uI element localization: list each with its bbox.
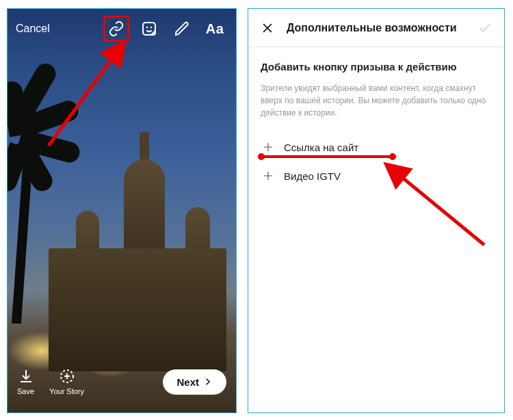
save-button[interactable]: Save (17, 368, 34, 395)
your-story-button[interactable]: Your Story (49, 368, 84, 395)
next-label: Next (176, 376, 199, 388)
palm-tree-silhouette (7, 105, 69, 324)
link-icon[interactable] (103, 16, 129, 42)
more-options-sheet: Дополнительные возможности Добавить кноп… (248, 8, 505, 413)
annotation-underline (261, 155, 393, 158)
close-icon[interactable] (258, 18, 277, 38)
draw-icon[interactable] (169, 16, 195, 42)
svg-point-1 (146, 27, 148, 28)
editor-top-toolbar: Cancel Aa (8, 9, 236, 49)
your-story-label: Your Story (49, 387, 84, 395)
text-tool-button[interactable]: Aa (202, 16, 228, 42)
sheet-title: Дополнительные возможности (287, 22, 466, 34)
building-silhouette (49, 166, 226, 371)
sticker-icon[interactable] (136, 16, 162, 42)
editor-bottom-toolbar: Save Your Story Next (8, 359, 236, 412)
option-website-link-label: Ссылка на сайт (284, 142, 358, 153)
cta-heading: Добавить кнопку призыва к действию (261, 61, 492, 73)
option-igtv-video-label: Видео IGTV (284, 170, 341, 182)
sheet-header: Дополнительные возможности (248, 9, 504, 47)
next-button[interactable]: Next (163, 369, 226, 395)
sheet-body: Добавить кнопку призыва к действию Зрите… (248, 47, 504, 204)
option-igtv-video[interactable]: Видео IGTV (261, 161, 492, 190)
plus-icon (262, 170, 274, 182)
save-label: Save (17, 387, 34, 395)
svg-point-2 (150, 27, 152, 28)
plus-icon (262, 141, 274, 153)
cancel-button[interactable]: Cancel (16, 23, 50, 35)
story-photo-background (8, 9, 236, 412)
confirm-check-icon[interactable] (475, 18, 495, 38)
story-editor-screenshot: Cancel Aa Save Your Story Next (7, 8, 237, 413)
cta-description: Зрители увидят выбранный вами контент, к… (261, 82, 492, 119)
